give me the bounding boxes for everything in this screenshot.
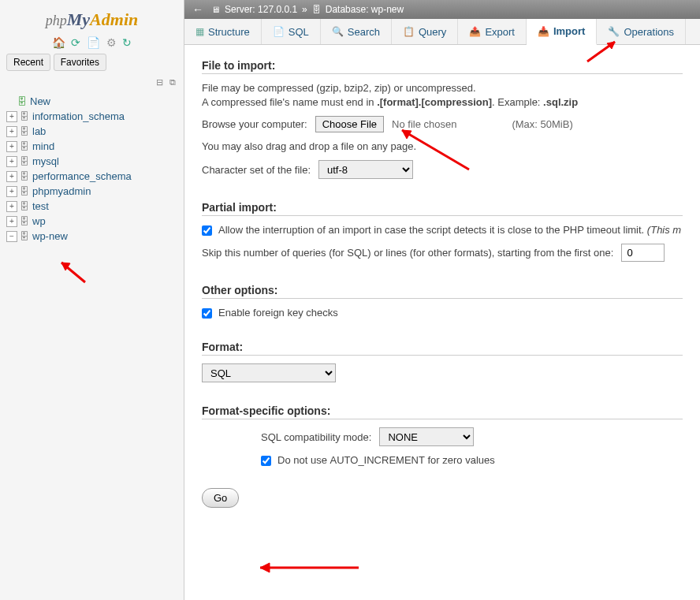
compress-help-1: File may be compressed (gzip, bzip2, zip…	[202, 82, 683, 94]
expand-icon[interactable]: +	[6, 201, 17, 212]
expand-icon[interactable]: +	[6, 156, 17, 167]
allow-interrupt-checkbox[interactable]	[202, 225, 212, 236]
tree-db-lab[interactable]: +🗄lab	[6, 124, 177, 139]
tree-db-test[interactable]: +🗄test	[6, 199, 177, 214]
db-label: lab	[32, 125, 46, 137]
expand-icon[interactable]: +	[6, 111, 17, 122]
help-format-bold: .[format].[compression]	[377, 96, 492, 108]
import-icon: 📥	[538, 26, 549, 37]
format-specific-title: Format-specific options:	[202, 404, 683, 419]
tree-db-mysql[interactable]: +🗄mysql	[6, 154, 177, 169]
collapse-icon[interactable]: −	[6, 231, 17, 242]
recent-favorites-bar: Recent Favorites	[6, 54, 177, 71]
tab-structure[interactable]: ▦Structure	[184, 19, 262, 44]
format-title: Format:	[202, 341, 683, 356]
logout-icon[interactable]: ⟳	[71, 36, 80, 49]
tree-db-mind[interactable]: +🗄mind	[6, 139, 177, 154]
expand-icon[interactable]: +	[6, 216, 17, 227]
database-icon: 🗄	[312, 5, 321, 14]
other-options-section: Other options: Enable foreign key checks	[202, 284, 683, 319]
tab-label: Structure	[208, 26, 250, 38]
browse-row: Browse your computer: Choose File No fil…	[202, 116, 683, 132]
allow-interrupt-text: Allow the interruption of an import in c…	[218, 224, 644, 236]
expand-icon[interactable]: +	[6, 126, 17, 137]
expand-icon[interactable]: +	[6, 171, 17, 182]
tree-db-wp[interactable]: +🗄wp	[6, 214, 177, 229]
foreign-key-checkbox[interactable]	[202, 308, 212, 319]
partial-import-title: Partial import:	[202, 201, 683, 216]
db-icon: 🗄	[20, 201, 29, 212]
back-icon[interactable]: ←	[192, 3, 203, 16]
foreign-key-label: Enable foreign key checks	[218, 307, 338, 319]
bc-server-value: 127.0.0.1	[258, 4, 297, 15]
structure-icon: ▦	[195, 26, 204, 37]
tab-label: SQL	[289, 26, 309, 38]
drag-help: You may also drag and drop a file on any…	[202, 140, 683, 152]
bc-server-label: Server:	[225, 4, 255, 15]
format-select[interactable]: SQL	[202, 363, 336, 382]
format-section: Format: SQL	[202, 341, 683, 382]
db-label: mysql	[32, 155, 59, 167]
home-icon[interactable]: 🏠	[52, 36, 65, 49]
auto-inc-checkbox[interactable]	[261, 456, 271, 466]
reload-icon[interactable]: ↻	[122, 36, 132, 49]
compat-row: SQL compatibility mode: NONE	[261, 427, 683, 446]
charset-row: Character set of the file: utf-8	[202, 160, 683, 179]
tab-export[interactable]: 📤Export	[458, 19, 527, 44]
tab-label: Search	[348, 26, 380, 38]
go-button[interactable]: Go	[202, 488, 239, 508]
favorites-button[interactable]: Favorites	[54, 54, 106, 71]
docs-icon[interactable]: 📄	[87, 36, 100, 49]
no-file-text: No file chosen	[392, 118, 456, 130]
recent-button[interactable]: Recent	[6, 54, 50, 71]
file-import-section: File to import: File may be compressed (…	[202, 59, 683, 179]
tree-db-performance_schema[interactable]: +🗄performance_schema	[6, 169, 177, 184]
operations-icon: 🔧	[608, 26, 620, 37]
db-label: information_schema	[32, 110, 125, 122]
auto-inc-label: Do not use AUTO_INCREMENT for zero value…	[277, 454, 495, 466]
skip-input[interactable]	[621, 244, 665, 262]
logo[interactable]: phpMyAdmin	[6, 6, 177, 33]
skip-row: Skip this number of queries (for SQL) or…	[202, 244, 683, 262]
db-icon: 🗄	[20, 186, 29, 197]
tab-label: Import	[553, 25, 585, 37]
db-label: wp-new	[32, 230, 68, 242]
tab-search[interactable]: 🔍Search	[321, 19, 392, 44]
format-specific-section: Format-specific options: SQL compatibili…	[202, 404, 683, 466]
db-label: performance_schema	[32, 170, 132, 182]
new-db-icon: 🗄	[17, 96, 27, 107]
bc-db-label: Database:	[326, 4, 369, 15]
db-icon: 🗄	[20, 171, 29, 182]
link-icon[interactable]: ⧉	[169, 77, 176, 87]
tab-operations[interactable]: 🔧Operations	[597, 19, 686, 44]
help-example-bold: .sql.zip	[543, 96, 578, 108]
bc-server[interactable]: Server: 127.0.0.1	[225, 4, 297, 15]
tab-label: Export	[485, 26, 515, 38]
auto-inc-text-1: Do not use	[277, 454, 330, 466]
import-content: File to import: File may be compressed (…	[184, 45, 700, 522]
foreign-key-row: Enable foreign key checks	[202, 307, 683, 319]
collapse-icon[interactable]: ⊟	[156, 77, 163, 87]
settings-icon[interactable]: ⚙	[106, 36, 117, 49]
max-size-text: (Max: 50MiB)	[512, 118, 572, 130]
format-specific-indent: SQL compatibility mode: NONE Do not use …	[202, 427, 683, 466]
charset-select[interactable]: utf-8	[318, 160, 413, 179]
partial-import-section: Partial import: Allow the interruption o…	[202, 201, 683, 262]
tab-query[interactable]: 📋Query	[392, 19, 458, 44]
tab-sql[interactable]: 📄SQL	[262, 19, 321, 44]
nav-icons: 🏠 ⟳ 📄 ⚙ ↻	[6, 36, 177, 49]
file-import-title: File to import:	[202, 59, 683, 74]
expand-icon[interactable]: +	[6, 141, 17, 152]
db-icon: 🗄	[20, 141, 29, 152]
compat-select[interactable]: NONE	[379, 427, 474, 446]
choose-file-button[interactable]: Choose File	[315, 116, 384, 132]
bc-database[interactable]: Database: wp-new	[326, 4, 404, 15]
tree-db-phpmyadmin[interactable]: +🗄phpmyadmin	[6, 184, 177, 199]
tree-new[interactable]: 🗄 New	[6, 94, 177, 109]
tree-db-wp-new[interactable]: −🗄wp-new	[6, 229, 177, 244]
tab-import[interactable]: 📥Import	[527, 19, 597, 45]
expand-icon[interactable]: +	[6, 186, 17, 197]
allow-interrupt-row: Allow the interruption of an import in c…	[202, 224, 683, 236]
tree-db-information_schema[interactable]: +🗄information_schema	[6, 109, 177, 124]
logo-my: My	[67, 9, 90, 29]
